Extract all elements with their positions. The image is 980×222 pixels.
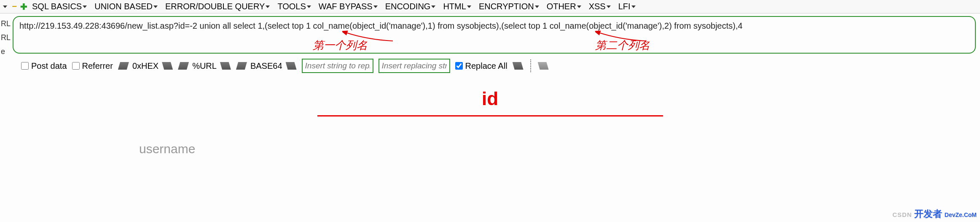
postdata-check-input[interactable] — [21, 62, 29, 70]
referrer-check-input[interactable] — [72, 62, 80, 70]
menu-label: TOOLS — [277, 2, 306, 11]
menu-label: UNION BASED — [94, 2, 153, 11]
menu-label: ENCRYPTION — [479, 2, 534, 11]
caret-icon — [577, 5, 581, 8]
referrer-checkbox[interactable]: Referrer — [72, 61, 113, 71]
caret-icon — [83, 5, 87, 8]
menu-label: WAF BYPASS — [319, 2, 373, 11]
url-row: http://219.153.49.228:43696/new_list.asp… — [0, 14, 980, 56]
caret-icon — [467, 5, 471, 8]
menu-label: XSS — [589, 2, 606, 11]
hex-encode-button[interactable]: 0xHEX — [118, 61, 173, 71]
chev-right-icon — [286, 62, 297, 70]
menu-label: ERROR/DOUBLE QUERY — [165, 2, 265, 11]
chev-left-icon — [236, 62, 247, 70]
caret-icon — [153, 5, 158, 8]
chev-left-icon — [178, 62, 189, 70]
menu-error-double[interactable]: ERROR/DOUBLE QUERY — [163, 1, 272, 12]
divider — [530, 60, 531, 72]
base64-label: BASE64 — [249, 61, 284, 71]
referrer-label: Referrer — [82, 61, 113, 71]
menu-label: OTHER — [547, 2, 576, 11]
caret-icon — [373, 5, 378, 8]
dropdown-icon[interactable] — [2, 3, 8, 10]
plus-icon[interactable]: ✚ — [20, 3, 27, 10]
url-encode-button[interactable]: %URL — [178, 61, 231, 71]
find-string-input[interactable] — [302, 59, 373, 73]
chev-left-icon — [118, 62, 129, 70]
menu-waf-bypass[interactable]: WAF BYPASS — [316, 1, 380, 12]
caret-icon — [307, 5, 311, 8]
toolbar: Post data Referrer 0xHEX %URL BASE64 Rep… — [0, 56, 980, 76]
menu-encryption[interactable]: ENCRYPTION — [476, 1, 542, 12]
url-input[interactable]: http://219.153.49.228:43696/new_list.asp… — [19, 21, 969, 31]
apply-right2-icon[interactable] — [538, 62, 549, 70]
menu-lfi[interactable]: LFI — [616, 1, 638, 12]
hex-label: 0xHEX — [131, 61, 160, 71]
menu-encoding[interactable]: ENCODING — [383, 1, 438, 12]
chev-right-icon — [162, 62, 173, 70]
menu-sql-basics[interactable]: SQL BASICS — [30, 1, 89, 12]
caret-icon — [631, 5, 636, 8]
annotation-2: 第二个列名 — [595, 38, 650, 53]
chev-right-icon — [220, 62, 231, 70]
postdata-checkbox[interactable]: Post data — [21, 61, 67, 71]
page-content: id username — [0, 76, 980, 156]
apply-right-icon[interactable] — [513, 62, 524, 70]
menubar: − ✚ SQL BASICS UNION BASED ERROR/DOUBLE … — [0, 0, 980, 14]
menu-xss[interactable]: XSS — [586, 1, 613, 12]
replaceall-check-input[interactable] — [455, 62, 463, 70]
base64-encode-button[interactable]: BASE64 — [236, 61, 297, 71]
menu-other[interactable]: OTHER — [544, 1, 584, 12]
url-label: %URL — [191, 61, 218, 71]
menu-label: ENCODING — [385, 2, 431, 11]
url-input-container[interactable]: http://219.153.49.228:43696/new_list.asp… — [13, 16, 976, 54]
replaceall-checkbox[interactable]: Replace All — [455, 61, 507, 71]
replace-string-input[interactable] — [379, 59, 450, 73]
caret-icon — [266, 5, 270, 8]
menu-label: HTML — [443, 2, 466, 11]
annotation-1: 第一个列名 — [313, 38, 368, 53]
menu-html[interactable]: HTML — [440, 1, 473, 12]
caret-icon — [535, 5, 539, 8]
caret-icon — [607, 5, 611, 8]
menu-union-based[interactable]: UNION BASED — [92, 1, 160, 12]
caret-icon — [431, 5, 435, 8]
postdata-label: Post data — [31, 61, 67, 71]
minus-icon[interactable]: − — [11, 3, 18, 10]
menu-label: LFI — [618, 2, 631, 11]
menu-label: SQL BASICS — [32, 2, 82, 11]
username-text: username — [0, 116, 980, 156]
page-heading: id — [0, 88, 980, 109]
menu-tools[interactable]: TOOLS — [275, 1, 313, 12]
replaceall-label: Replace All — [465, 61, 507, 71]
